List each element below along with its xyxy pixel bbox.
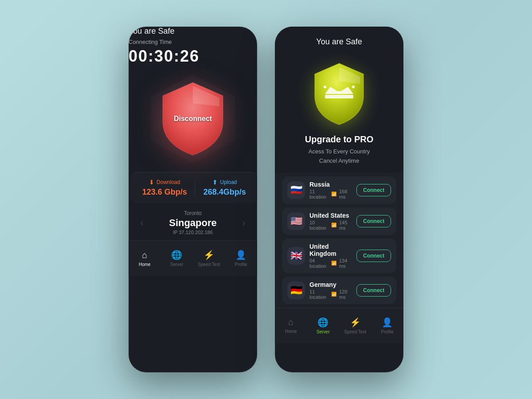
ping-text: 120 ms [339, 289, 352, 300]
nav-profile-label-1: Profile [235, 262, 247, 267]
stats-row: ⬇ Download 123.6 Gbp/s ⬆ Upload 268.4Gbp… [130, 172, 257, 203]
country-item: 🇺🇸 United States 10 location 📶 145 ms Co… [282, 207, 396, 235]
svg-point-3 [338, 91, 340, 94]
country-item: 🇷🇺 Russia 11 location 📶 168 ms Connect [282, 176, 396, 204]
chevron-left-icon[interactable]: ‹ [136, 214, 148, 231]
download-icon: ⬇ [149, 179, 154, 186]
download-label: ⬇ Download [149, 179, 180, 186]
nav-server-label-1: Server [170, 262, 183, 267]
nav-server-1[interactable]: 🌐 Server [161, 250, 193, 267]
nav-speedtest-1[interactable]: ⚡ Speed Test [193, 250, 225, 267]
location-text: 11 location [309, 289, 329, 300]
country-item: 🇬🇧 United Kingdom 04 location 📶 134 ms C… [282, 239, 396, 273]
signal-icon: 📶 [331, 223, 336, 227]
flag-icon: 🇬🇧 [287, 247, 305, 265]
signal-icon: 📶 [331, 261, 336, 266]
ping-text: 168 ms [339, 189, 352, 200]
phone-1: You are Safe Connecting Time 00:30:26 [129, 27, 257, 372]
location-text: 04 location [309, 258, 329, 269]
nav-server-2[interactable]: 🌐 Server [307, 317, 340, 334]
download-stat: ⬇ Download 123.6 Gbp/s [135, 179, 195, 197]
nav-home-label-1: Home [139, 262, 151, 267]
upgrade-section: Upgrade to PRO Acess To Every Country Ca… [275, 134, 403, 173]
ping-text: 145 ms [339, 220, 352, 231]
upload-icon: ⬆ [212, 179, 218, 186]
country-name: Russia [309, 181, 352, 188]
svg-rect-0 [325, 95, 353, 98]
disconnect-button[interactable]: Disconnect [174, 115, 212, 123]
flag-icon: 🇷🇺 [287, 181, 305, 199]
country-meta: 10 location 📶 145 ms [309, 220, 352, 231]
upgrade-sub2: Cancel Anytime [284, 156, 395, 166]
flag-icon: 🇩🇪 [287, 282, 305, 299]
svg-point-2 [324, 86, 326, 88]
upgrade-sub1: Acess To Every Country [284, 147, 395, 156]
country-name: Germany [309, 281, 352, 288]
connect-button[interactable]: Connect [356, 184, 391, 196]
safe-status-1: You are Safe [129, 27, 257, 36]
upload-label: ⬆ Upload [212, 179, 237, 186]
upload-value: 268.4Gbp/s [203, 188, 246, 197]
country-meta: 11 location 📶 168 ms [309, 189, 352, 200]
profile-icon: 👤 [235, 250, 246, 260]
connect-button[interactable]: Connect [356, 215, 391, 227]
server-icon-2: 🌐 [317, 317, 329, 328]
server-location: Toronto [148, 210, 238, 216]
server-selector[interactable]: ‹ Toronto Singapore IP 37.120.202.186 › [129, 207, 257, 239]
nav-home-2[interactable]: ⌂ Home [275, 317, 307, 334]
nav-home-1[interactable]: ⌂ Home [129, 250, 161, 267]
nav-server-label-2: Server [317, 329, 329, 334]
nav-speedtest-label-2: Speed Test [344, 329, 366, 334]
location-text: 10 location [309, 220, 329, 231]
country-meta: 04 location 📶 134 ms [309, 258, 352, 269]
bottom-nav-1: ⌂ Home 🌐 Server ⚡ Speed Test 👤 Profile [129, 240, 257, 276]
phone-2: You are Safe [275, 27, 403, 372]
speedtest-icon: ⚡ [203, 250, 215, 260]
signal-icon: 📶 [331, 292, 336, 297]
server-icon: 🌐 [171, 250, 182, 260]
home-icon-2: ⌂ [288, 317, 293, 327]
shield-area: Disconnect [129, 74, 257, 163]
server-info: Toronto Singapore IP 37.120.202.186 [148, 210, 238, 235]
country-item: 🇩🇪 Germany 11 location 📶 120 ms Connect [282, 277, 396, 304]
server-name: Singapore [148, 217, 238, 229]
nav-home-label-2: Home [285, 329, 297, 334]
country-name: United Kingdom [309, 243, 352, 257]
nav-profile-1[interactable]: 👤 Profile [225, 250, 258, 267]
ping-text: 134 ms [339, 258, 352, 269]
shield-gold-area [275, 56, 403, 134]
location-text: 11 location [309, 189, 329, 200]
connect-button[interactable]: Connect [356, 250, 391, 262]
country-details: Russia 11 location 📶 168 ms [309, 181, 352, 200]
svg-point-4 [352, 86, 355, 88]
country-list: 🇷🇺 Russia 11 location 📶 168 ms Connect 🇺… [275, 173, 403, 308]
upgrade-title: Upgrade to PRO [284, 134, 395, 145]
nav-profile-2[interactable]: 👤 Profile [372, 317, 404, 334]
bottom-nav-2: ⌂ Home 🌐 Server ⚡ Speed Test 👤 Profile [275, 308, 403, 343]
timer-display: 00:30:26 [129, 47, 257, 66]
phone2-header: You are Safe [275, 27, 403, 56]
nav-profile-label-2: Profile [381, 329, 394, 334]
chevron-right-icon[interactable]: › [238, 214, 250, 231]
country-details: Germany 11 location 📶 120 ms [309, 281, 352, 300]
download-value: 123.6 Gbp/s [142, 188, 187, 197]
country-details: United Kingdom 04 location 📶 134 ms [309, 243, 352, 269]
country-name: United States [309, 212, 352, 219]
nav-speedtest-2[interactable]: ⚡ Speed Test [339, 317, 372, 334]
nav-speedtest-label-1: Speed Test [198, 262, 220, 267]
country-details: United States 10 location 📶 145 ms [309, 212, 352, 231]
connect-button[interactable]: Connect [356, 284, 391, 297]
signal-icon: 📶 [331, 192, 336, 196]
upload-stat: ⬆ Upload 268.4Gbp/s [195, 179, 255, 197]
safe-status-2: You are Safe [284, 37, 395, 47]
connecting-label: Connecting Time [129, 39, 257, 45]
country-meta: 11 location 📶 120 ms [309, 289, 352, 300]
server-ip: IP 37.120.202.186 [148, 230, 238, 235]
profile-icon-2: 👤 [382, 317, 393, 328]
home-icon: ⌂ [142, 250, 147, 260]
shield-gold-svg [310, 61, 368, 127]
speedtest-icon-2: ⚡ [350, 317, 361, 328]
flag-icon: 🇺🇸 [287, 212, 305, 230]
